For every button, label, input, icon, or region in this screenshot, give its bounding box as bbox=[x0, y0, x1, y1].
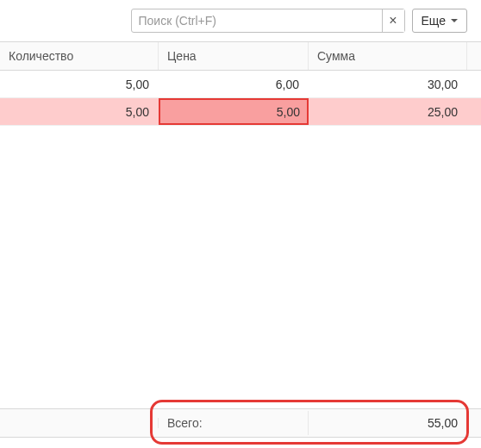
grid-header: Количество Цена Сумма bbox=[0, 42, 481, 71]
column-header-qty[interactable]: Количество bbox=[0, 42, 159, 70]
footer-row: Всего: 55,00 bbox=[0, 408, 481, 438]
cell-price[interactable]: 5,00 bbox=[159, 98, 309, 125]
cell-price[interactable]: 6,00 bbox=[159, 71, 309, 97]
data-grid: Количество Цена Сумма 5,006,0030,005,005… bbox=[0, 41, 481, 389]
column-header-price[interactable]: Цена bbox=[159, 42, 309, 70]
toolbar: × Еще bbox=[0, 0, 481, 41]
grid-footer: Всего: 55,00 bbox=[0, 408, 481, 438]
chevron-down-icon bbox=[451, 19, 458, 22]
column-header-sum[interactable]: Сумма bbox=[309, 42, 467, 70]
more-button-label: Еще bbox=[422, 14, 447, 28]
close-icon[interactable]: × bbox=[382, 9, 404, 32]
search-field[interactable]: × bbox=[131, 9, 405, 33]
grid-body: 5,006,0030,005,005,0025,00 bbox=[0, 71, 481, 389]
table-row[interactable]: 5,006,0030,00 bbox=[0, 71, 481, 98]
table-row[interactable]: 5,005,0025,00 bbox=[0, 98, 481, 126]
search-input[interactable] bbox=[132, 10, 382, 31]
cell-sum[interactable]: 25,00 bbox=[309, 98, 467, 125]
cell-qty[interactable]: 5,00 bbox=[0, 71, 159, 97]
cell-qty[interactable]: 5,00 bbox=[0, 98, 159, 125]
cell-sum[interactable]: 30,00 bbox=[309, 71, 467, 97]
footer-label: Всего: bbox=[159, 411, 309, 435]
footer-total: 55,00 bbox=[309, 411, 467, 435]
footer-empty bbox=[0, 418, 159, 428]
more-button[interactable]: Еще bbox=[412, 9, 468, 33]
